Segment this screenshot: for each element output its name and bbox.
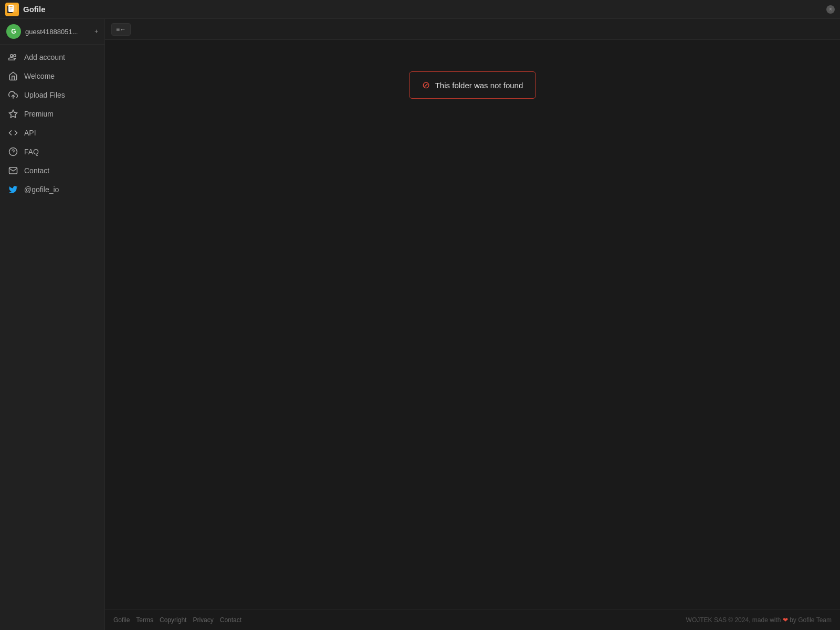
sidebar-item-faq-label: FAQ <box>24 148 39 156</box>
footer-link-copyright[interactable]: Copyright <box>160 616 186 624</box>
svg-rect-4 <box>9 6 13 7</box>
avatar: G <box>6 24 21 39</box>
heart-icon: ❤ <box>783 616 788 624</box>
mail-icon <box>8 166 18 175</box>
footer-link-terms[interactable]: Terms <box>136 616 153 624</box>
toggle-sidebar-button[interactable]: ≡← <box>111 23 131 36</box>
svg-rect-5 <box>9 8 13 9</box>
footer-links: Gofile Terms Copyright Privacy Contact <box>113 616 242 624</box>
footer-link-privacy[interactable]: Privacy <box>193 616 213 624</box>
app-logo-icon <box>5 3 19 16</box>
main-content: ≡← ⊘ This folder was not found Gofile Te… <box>105 19 840 630</box>
code-icon <box>8 128 18 138</box>
home-icon <box>8 71 18 81</box>
sidebar-item-upload-files-label: Upload Files <box>24 91 65 99</box>
sidebar-item-premium[interactable]: Premium <box>0 104 104 123</box>
sidebar-item-upload-files[interactable]: Upload Files <box>0 86 104 104</box>
person-add-icon <box>8 52 18 62</box>
title-bar-left: Gofile <box>5 3 46 16</box>
content-area: ⊘ This folder was not found <box>105 40 840 609</box>
footer: Gofile Terms Copyright Privacy Contact W… <box>105 609 840 630</box>
sidebar-item-add-account[interactable]: Add account <box>0 48 104 67</box>
close-button[interactable]: × <box>826 5 835 14</box>
help-icon <box>8 147 18 156</box>
sidebar-item-twitter-label: @gofile_io <box>24 185 59 194</box>
sidebar-nav: Add account Welcome <box>0 45 104 630</box>
sidebar-item-twitter[interactable]: @gofile_io <box>0 180 104 199</box>
star-icon <box>8 109 18 119</box>
account-selector[interactable]: G guest41888051... + <box>0 19 104 45</box>
footer-credit: WOJTEK SAS © 2024, made with ❤ by Gofile… <box>686 616 832 624</box>
account-name: guest41888051... <box>25 28 90 36</box>
sidebar-item-contact-label: Contact <box>24 166 49 175</box>
sidebar-item-welcome-label: Welcome <box>24 72 55 80</box>
error-message: This folder was not found <box>435 81 523 90</box>
twitter-icon <box>8 185 18 194</box>
app-title: Gofile <box>23 5 46 14</box>
sidebar-item-contact[interactable]: Contact <box>0 161 104 180</box>
error-box: ⊘ This folder was not found <box>409 71 537 99</box>
footer-link-gofile[interactable]: Gofile <box>113 616 130 624</box>
svg-rect-6 <box>9 9 12 10</box>
footer-link-contact[interactable]: Contact <box>220 616 242 624</box>
upload-icon <box>8 90 18 100</box>
sidebar-item-premium-label: Premium <box>24 110 54 118</box>
error-icon: ⊘ <box>422 79 430 91</box>
sidebar-item-faq[interactable]: FAQ <box>0 142 104 161</box>
account-chevron-icon: + <box>94 28 98 35</box>
sidebar-item-add-account-label: Add account <box>24 53 65 61</box>
sidebar: G guest41888051... + Add account <box>0 19 105 630</box>
sidebar-item-api-label: API <box>24 129 36 137</box>
sidebar-item-api[interactable]: API <box>0 123 104 142</box>
sidebar-item-welcome[interactable]: Welcome <box>0 67 104 86</box>
title-bar: Gofile × <box>0 0 840 19</box>
toolbar: ≡← <box>105 19 840 40</box>
svg-marker-8 <box>9 110 17 118</box>
